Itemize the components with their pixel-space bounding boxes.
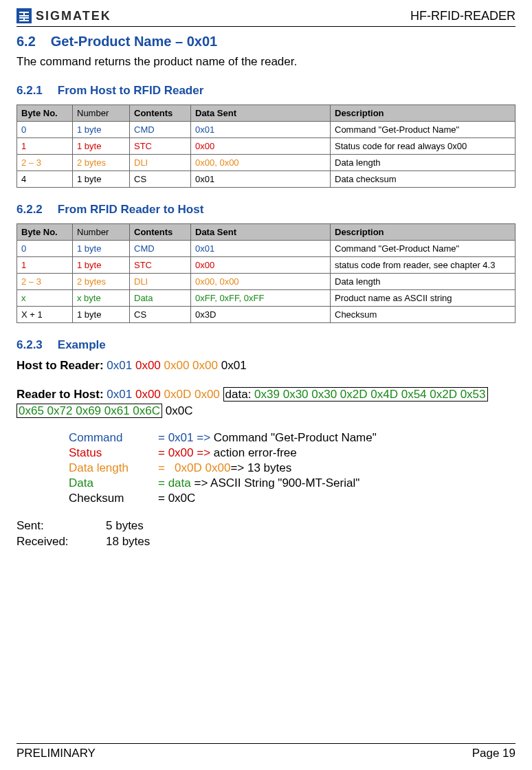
datalen-eq: = [158,461,165,474]
sent-received: Sent: 5 bytes Received: 18 bytes [16,518,516,549]
cell: Checksum [331,307,516,323]
data-label: Data [69,476,158,491]
cell: Command "Get-Product Name" [331,122,516,138]
col-description: Description [331,224,516,241]
col-byte: Byte No. [17,224,73,241]
cell: X + 1 [17,307,73,323]
cell: CS [130,171,191,188]
dli-bytes: 0x00 0x00 [164,359,218,372]
page: SIGMATEK HF-RFID-READER 6.2Get-Product N… [0,0,532,770]
cell: 1 byte [73,122,130,138]
dli-bytes: 0x0D 0x00 [164,388,220,401]
host-to-reader-line: Host to Reader: 0x01 0x00 0x00 0x00 0x01 [16,359,516,373]
cell: DLI [130,274,191,290]
cell: STC [130,257,191,274]
cell: 1 [17,138,73,155]
cell: 0x01 [191,122,331,138]
cell: 0x3D [191,307,331,323]
subsection-title: Example [58,338,106,351]
data-bytes-box: data: 0x39 0x30 0x30 0x2D 0x4D 0x54 0x2D… [223,387,488,402]
cs-byte: 0x0C [166,404,193,417]
status-label: Status [69,446,158,461]
cell: 1 byte [73,307,130,323]
cell: DLI [130,155,191,171]
subsection-heading: 6.2.2From RFID Reader to Host [16,203,516,217]
reader-to-host-table: Byte No. Number Contents Data Sent Descr… [16,223,516,323]
cell: Product name as ASCII string [331,290,516,307]
cell: x byte [73,290,130,307]
subsection-num: 6.2.2 [16,203,43,216]
cell: x [17,290,73,307]
table-row: 2 – 3 2 bytes DLI 0x00, 0x00 Data length [17,155,516,171]
table-row: x x byte Data 0xFF, 0xFF, 0xFF Product n… [17,290,516,307]
table-row: 0 1 byte CMD 0x01 Command "Get-Product N… [17,241,516,257]
cell: 0x00 [191,138,331,155]
header-product: HF-RFID-READER [410,9,516,23]
col-number: Number [73,224,130,241]
subsection-heading: 6.2.3Example [16,338,516,352]
checksum-val: = 0x0C [158,491,195,506]
cell: Data length [331,274,516,290]
cmd-byte: 0x01 [107,359,132,372]
col-number: Number [73,105,130,122]
data-bytes-box2: 0x65 0x72 0x69 0x61 0x6C [16,404,162,418]
section-heading: 6.2Get-Product Name – 0x01 [16,34,516,50]
cell: 1 byte [73,241,130,257]
col-contents: Contents [130,224,191,241]
label: Reader to Host: [16,388,104,401]
col-data-sent: Data Sent [191,224,331,241]
cell: 2 bytes [73,274,130,290]
brand-logo: SIGMATEK [16,8,111,23]
cell: CMD [130,241,191,257]
example-breakdown: Command = 0x01 => Command "Get-Product N… [69,430,516,506]
host-to-reader-table: Byte No. Number Contents Data Sent Descr… [16,104,516,188]
cell: 2 bytes [73,155,130,171]
cell: 1 [17,257,73,274]
col-contents: Contents [130,105,191,122]
status-desc: action error-free [214,446,297,459]
sent-val: 5 bytes [106,518,144,534]
subsection-heading: 6.2.1From Host to RFID Reader [16,84,516,98]
cell: 0 [17,122,73,138]
page-footer: PRELIMINARY Page 19 [16,743,516,760]
data-label: data: [225,388,252,401]
footer-left: PRELIMINARY [16,747,96,760]
cell: 0x01 [191,171,331,188]
stc-byte: 0x00 [135,359,161,372]
cmd-byte: 0x01 [107,388,132,401]
command-desc: Command "Get-Product Name" [214,431,377,444]
checksum-label: Checksum [69,491,158,506]
section-intro: The command returns the product name of … [16,55,516,69]
table-header-row: Byte No. Number Contents Data Sent Descr… [17,105,516,122]
received-label: Received: [16,534,106,549]
cell: CS [130,307,191,323]
cell: 2 – 3 [17,155,73,171]
footer-right: Page 19 [472,747,516,760]
table-row: X + 1 1 byte CS 0x3D Checksum [17,307,516,323]
subsection-num: 6.2.1 [16,84,43,97]
command-val: = 0x01 => [158,431,210,444]
col-data-sent: Data Sent [191,105,331,122]
received-val: 18 bytes [106,534,150,549]
subsection-title: From RFID Reader to Host [58,203,204,216]
table-header-row: Byte No. Number Contents Data Sent Descr… [17,224,516,241]
cell: 0x00, 0x00 [191,155,331,171]
table-row: 1 1 byte STC 0x00 Status code for read a… [17,138,516,155]
col-byte: Byte No. [17,105,73,122]
section-num: 6.2 [16,34,36,49]
datalen-desc: => 13 bytes [230,461,291,474]
cell: 0xFF, 0xFF, 0xFF [191,290,331,307]
cell: 0x00, 0x00 [191,274,331,290]
cell: CMD [130,122,191,138]
reader-to-host-line: Reader to Host: 0x01 0x00 0x0D 0x00 data… [16,388,516,402]
table-row: 1 1 byte STC 0x00 status code from reade… [17,257,516,274]
cell: Command "Get-Product Name" [331,241,516,257]
stc-byte: 0x00 [135,388,161,401]
cs-byte: 0x01 [221,359,247,372]
data-bytes-1: 0x39 0x30 0x30 0x2D 0x4D 0x54 0x2D 0x53 [254,388,485,401]
data-eq: = [158,476,168,490]
label: Host to Reader: [16,359,104,372]
table-row: 2 – 3 2 bytes DLI 0x00, 0x00 Data length [17,274,516,290]
data-desc: => ASCII String "900-MT-Serial" [191,476,359,490]
cell: 0x00 [191,257,331,274]
